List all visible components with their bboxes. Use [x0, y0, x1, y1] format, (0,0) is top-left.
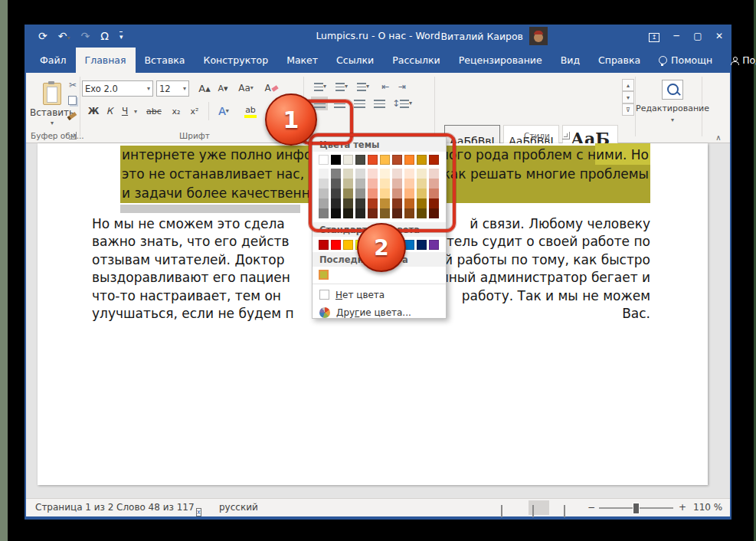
styles-gallery-more-icon[interactable]: ⊽ [622, 103, 634, 116]
cut-button[interactable]: ✂ [66, 79, 80, 91]
collapse-ribbon-icon[interactable]: ∧ [712, 133, 725, 142]
line-spacing-button[interactable]: ↕▾ [392, 97, 412, 110]
zoom-slider-thumb[interactable] [633, 503, 640, 514]
eraser-icon [271, 85, 278, 92]
format-painter-button[interactable] [67, 111, 77, 120]
tab-рассылки[interactable]: Рассылки [383, 48, 449, 73]
share-person-icon [731, 57, 738, 64]
numbered-list-button[interactable]: ▾ [332, 80, 351, 93]
tab-поделиться[interactable]: Поделиться [722, 48, 756, 73]
text-effects-button[interactable]: А▾ [213, 103, 234, 119]
zoom-out-button[interactable]: − [587, 499, 595, 516]
search-icon [667, 84, 679, 95]
superscript-button[interactable]: х² [185, 103, 204, 119]
clear-formatting-button[interactable]: А [262, 80, 280, 96]
tab-рецензирование[interactable]: Рецензирование [450, 48, 551, 73]
standard-color-swatch[interactable] [331, 240, 341, 250]
justify-button[interactable] [371, 97, 388, 110]
language-indicator[interactable]: русский [219, 499, 258, 516]
page-indicator[interactable]: Страница 1 из 2 [35, 499, 113, 516]
user-name[interactable]: Виталий Каиров [441, 31, 523, 42]
tab-ссылки[interactable]: Ссылки [327, 48, 383, 73]
desktop-edge-left [0, 0, 8, 541]
word-count[interactable]: Слово 48 из 117 [116, 499, 195, 516]
copy-button[interactable] [67, 96, 77, 105]
shrink-font-button[interactable]: А▾ [214, 80, 231, 96]
format-painter-icon [67, 112, 77, 120]
tab-вставка[interactable]: Вставка [136, 48, 195, 73]
tab-файл[interactable]: Файл [31, 48, 76, 73]
styles-dialog-launcher-icon[interactable] [562, 132, 570, 139]
font-name-select[interactable]: Exo 2.0▾ [82, 80, 153, 97]
underline-button[interactable]: Ч [118, 103, 132, 119]
italic-button[interactable]: К [103, 103, 116, 119]
editing-button[interactable]: Редактирование ▾ [648, 77, 697, 125]
tab-макет[interactable]: Макет [277, 48, 327, 73]
more-colors-item[interactable]: Другие цвета... [313, 303, 446, 321]
text-highlight-button[interactable]: ab [239, 102, 262, 120]
read-mode-icon[interactable] [501, 503, 502, 520]
editing-label: Редактирование [636, 103, 709, 113]
tab-вид[interactable]: Вид [551, 48, 589, 73]
annotation-rect-step2 [309, 133, 456, 232]
zoom-level[interactable]: 110 % [693, 499, 722, 516]
standard-color-swatch[interactable] [319, 240, 329, 250]
standard-color-swatch[interactable] [343, 240, 353, 250]
line-right-fragment: ного рода проблем с ними. Но [440, 146, 649, 165]
clipboard-dialog-launcher-icon[interactable] [69, 132, 77, 139]
avatar[interactable] [529, 27, 548, 45]
line-left-fragment: улучшаться, если не будем п [92, 305, 294, 323]
tab-помощн[interactable]: Помощн [650, 48, 722, 73]
web-layout-icon[interactable] [564, 503, 565, 520]
align-right-button[interactable] [351, 97, 368, 110]
color-wheel-icon [319, 307, 330, 318]
no-color-label: Нет цвета [335, 290, 385, 300]
ribbon-display-options-icon[interactable]: ↥ [643, 24, 666, 48]
tab-главная[interactable]: Главная [76, 48, 136, 73]
line-left-fragment: и задачи более качественно [122, 184, 318, 203]
no-color-item[interactable]: Нет цвета [313, 286, 446, 303]
zoom-in-button[interactable]: + [679, 499, 686, 516]
line-left-fragment: интернете уже полно инфор [122, 146, 320, 165]
tab-label: Вставка [145, 54, 185, 66]
font-group-label: Шрифт [179, 131, 210, 140]
underline-caret-icon[interactable]: ▾ [132, 107, 139, 117]
search-box-icon [662, 80, 683, 100]
styles-scroll-up-icon[interactable]: ▴ [622, 79, 634, 91]
tab-label: Макет [286, 54, 318, 66]
close-button[interactable]: ✕ [709, 25, 730, 48]
bullet-list-button[interactable]: ▾ [311, 80, 329, 93]
multilevel-list-button[interactable]: ▾ [354, 80, 372, 93]
line-right-fragment: ей работы по тому, как быстро [437, 251, 650, 269]
more-colors-label: Другие цвета... [336, 307, 411, 318]
increase-indent-button[interactable]: ⇥ [395, 80, 409, 93]
strikethrough-button[interactable]: abc [142, 103, 165, 119]
proofing-status-icon[interactable]: x [196, 503, 201, 520]
tab-конструктор[interactable]: Конструктор [195, 48, 278, 73]
tab-label: Поделиться [742, 54, 756, 66]
maximize-button[interactable]: ▢ [687, 25, 709, 48]
minimize-button[interactable]: ─ [666, 25, 687, 48]
grow-font-button[interactable]: А▴ [196, 80, 213, 96]
bold-button[interactable]: Ж [86, 103, 101, 119]
tab-label: Справка [598, 54, 640, 66]
font-size-select[interactable]: 12▾ [156, 80, 189, 97]
window-title: Lumpics.ru - О нас - Word [26, 25, 730, 48]
print-layout-icon[interactable] [532, 503, 534, 520]
paste-clipboard-icon [43, 83, 61, 105]
change-case-button[interactable]: Аа▾ [234, 80, 257, 96]
recent-color-swatch[interactable] [319, 270, 329, 280]
tab-label: Вид [561, 54, 580, 66]
tab-label: Рецензирование [459, 54, 542, 66]
decrease-indent-button[interactable]: ⇤ [378, 80, 392, 93]
subscript-button[interactable]: х₂ [167, 103, 185, 119]
tab-справка[interactable]: Справка [589, 48, 650, 73]
line-right-fragment: работу. Так и мы не можем [462, 287, 650, 305]
line-left-fragment: что-то настраивает, тем он [92, 287, 281, 305]
styles-scroll-down-icon[interactable]: ▾ [622, 91, 634, 103]
annotation-ball-1: 1 [265, 93, 317, 146]
ribbon-tabs: ФайлГлавнаяВставкаКонструкторМакетСсылки… [26, 48, 730, 73]
standard-color-swatch[interactable] [417, 240, 427, 250]
standard-color-swatch[interactable] [429, 240, 439, 250]
line-left-fragment: отзывам читателей. Доктор [92, 251, 284, 269]
